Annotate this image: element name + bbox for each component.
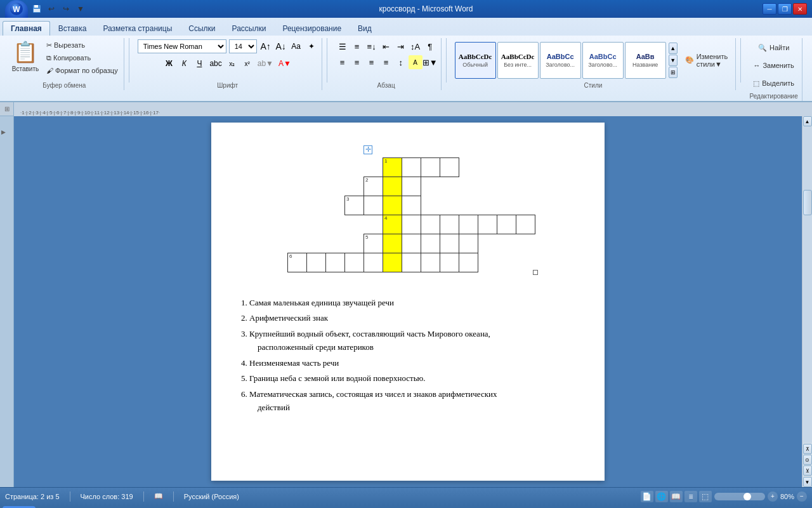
show-marks-button[interactable]: ¶ bbox=[423, 39, 437, 53]
style-no-spacing[interactable]: AaBbCcDc Без инте... bbox=[497, 42, 539, 79]
justify-button[interactable]: ≡ bbox=[379, 55, 393, 69]
zoom-slider[interactable] bbox=[714, 493, 765, 500]
increase-indent-button[interactable]: ⇥ bbox=[394, 39, 408, 53]
cut-button[interactable]: ✂ Вырезать bbox=[44, 39, 120, 51]
cw-cell-5-1[interactable]: 5 bbox=[364, 234, 383, 253]
replace-button[interactable]: ↔ Заменить bbox=[749, 57, 797, 74]
font-name-select[interactable]: Times New Roman bbox=[138, 39, 226, 53]
style-heading2[interactable]: AaBbCc Заголово... bbox=[582, 42, 624, 79]
restore-button[interactable]: ❐ bbox=[778, 3, 792, 15]
style-title[interactable]: AaВв Название bbox=[625, 42, 666, 79]
style-normal[interactable]: AaBbCcDc Обычный bbox=[455, 42, 496, 79]
decrease-indent-button[interactable]: ⇤ bbox=[379, 39, 393, 53]
sort-button[interactable]: ↕A bbox=[409, 39, 422, 53]
style-heading1[interactable]: AaBbCc Заголово... bbox=[540, 42, 581, 79]
language-status[interactable]: Русский (Россия) bbox=[184, 493, 239, 500]
office-orb[interactable]: W bbox=[5, 0, 28, 18]
cw-cell-4-8[interactable] bbox=[516, 215, 535, 234]
cw-cell-1-3[interactable] bbox=[421, 157, 440, 177]
cw-cell-5-4[interactable] bbox=[421, 234, 440, 253]
change-styles-button[interactable]: 🎨 Изменитьстили▼ bbox=[681, 52, 732, 69]
zoom-thumb[interactable] bbox=[743, 493, 751, 500]
cw-cell-3-3[interactable] bbox=[383, 196, 402, 215]
cw-cell-6-5[interactable] bbox=[364, 253, 383, 272]
next-page-button[interactable]: ⊻ bbox=[803, 465, 812, 476]
paste-button[interactable]: 📋 Вставить bbox=[9, 39, 42, 72]
view-reading-button[interactable]: 📖 bbox=[670, 491, 683, 502]
tab-view[interactable]: Вид bbox=[350, 21, 380, 36]
cw-cell-4-7[interactable] bbox=[497, 215, 516, 234]
clear-formatting-button[interactable]: ✦ bbox=[305, 40, 318, 53]
cw-cell-1-4[interactable] bbox=[440, 157, 459, 177]
cw-cell-2-1[interactable]: 2 bbox=[364, 177, 383, 196]
cw-cell-6-6[interactable] bbox=[383, 253, 402, 272]
align-center-button[interactable]: ≡ bbox=[350, 55, 364, 69]
numbering-button[interactable]: ≡ bbox=[350, 39, 364, 53]
cw-cell-1-1[interactable]: 1 bbox=[383, 157, 402, 177]
shrink-font-button[interactable]: A↓ bbox=[275, 40, 287, 53]
undo-button[interactable]: ↩ bbox=[45, 3, 58, 15]
cw-cell-4-5[interactable] bbox=[459, 215, 478, 234]
cw-cell-1-2[interactable] bbox=[402, 157, 421, 177]
cw-cell-4-6[interactable] bbox=[478, 215, 497, 234]
scroll-down-button[interactable]: ▼ bbox=[803, 477, 812, 487]
redo-button[interactable]: ↪ bbox=[60, 3, 72, 15]
align-right-button[interactable]: ≡ bbox=[365, 55, 379, 69]
format-painter-button[interactable]: 🖌 Формат по образцу bbox=[44, 65, 120, 76]
line-spacing-button[interactable]: ↕ bbox=[394, 55, 408, 69]
align-left-button[interactable]: ≡ bbox=[336, 55, 350, 69]
cw-cell-4-2[interactable] bbox=[402, 215, 421, 234]
subscript-button[interactable]: х₂ bbox=[225, 57, 239, 70]
bullets-button[interactable]: ☰ bbox=[336, 39, 350, 53]
table-move-handle[interactable]: ✛ bbox=[363, 145, 372, 154]
styles-scroll-up[interactable]: ▲ bbox=[669, 43, 678, 54]
cw-cell-4-3[interactable] bbox=[421, 215, 440, 234]
cw-cell-6-7[interactable] bbox=[402, 253, 421, 272]
bold-button[interactable]: Ж bbox=[162, 57, 176, 70]
cw-cell-2-3[interactable] bbox=[402, 177, 421, 196]
minimize-button[interactable]: ─ bbox=[763, 3, 776, 15]
office-orb-area[interactable]: W bbox=[5, 0, 28, 18]
change-case-button[interactable]: Аа bbox=[290, 40, 303, 53]
view-draft-button[interactable]: ⬚ bbox=[699, 491, 712, 502]
scroll-track[interactable] bbox=[803, 126, 812, 443]
table-resize-handle[interactable] bbox=[533, 270, 538, 275]
cw-cell-6-2[interactable] bbox=[307, 253, 326, 272]
superscript-button[interactable]: х² bbox=[240, 57, 254, 70]
scroll-up-button[interactable]: ▲ bbox=[803, 116, 812, 126]
ruler-corner[interactable]: ⊞ bbox=[0, 102, 14, 116]
tab-home[interactable]: Главная bbox=[3, 21, 50, 36]
cw-cell-3-1[interactable]: 3 bbox=[345, 196, 364, 215]
cw-cell-4-1[interactable]: 4 bbox=[383, 215, 402, 234]
select-browse-button[interactable]: ⊙ bbox=[803, 455, 812, 465]
cw-cell-5-6[interactable] bbox=[459, 234, 478, 253]
scroll-thumb[interactable] bbox=[803, 190, 812, 215]
zoom-in-button[interactable]: + bbox=[768, 491, 778, 502]
cw-cell-5-5[interactable] bbox=[440, 234, 459, 253]
prev-page-button[interactable]: ⊼ bbox=[803, 444, 812, 454]
save-button[interactable] bbox=[30, 3, 43, 15]
copy-button[interactable]: ⧉ Копировать bbox=[44, 52, 120, 64]
multilevel-list-button[interactable]: ≡↓ bbox=[365, 39, 379, 53]
cw-cell-6-9[interactable] bbox=[440, 253, 459, 272]
cw-cell-3-4[interactable] bbox=[402, 196, 421, 215]
cw-cell-4-4[interactable] bbox=[440, 215, 459, 234]
customize-qat-button[interactable]: ▼ bbox=[74, 3, 87, 15]
cw-cell-2-2[interactable] bbox=[383, 177, 402, 196]
cw-cell-5-2[interactable] bbox=[383, 234, 402, 253]
cw-cell-3-2[interactable] bbox=[364, 196, 383, 215]
zoom-out-button[interactable]: − bbox=[797, 491, 807, 502]
cw-cell-5-3[interactable] bbox=[402, 234, 421, 253]
underline-button[interactable]: Ч bbox=[192, 57, 206, 70]
tab-insert[interactable]: Вставка bbox=[50, 21, 95, 36]
shading-button[interactable]: A bbox=[409, 55, 422, 69]
view-normal-button[interactable]: 📄 bbox=[641, 491, 653, 502]
cw-cell-6-10[interactable] bbox=[459, 253, 478, 272]
tab-mailings[interactable]: Рассылки bbox=[224, 21, 275, 36]
tab-page-layout[interactable]: Разметка страницы bbox=[95, 21, 180, 36]
cw-cell-6-8[interactable] bbox=[421, 253, 440, 272]
font-size-select[interactable]: 14 bbox=[229, 39, 257, 53]
grow-font-button[interactable]: A↑ bbox=[259, 40, 272, 53]
cw-cell-6-3[interactable] bbox=[326, 253, 345, 272]
select-button[interactable]: ⬚ Выделить bbox=[749, 75, 798, 91]
